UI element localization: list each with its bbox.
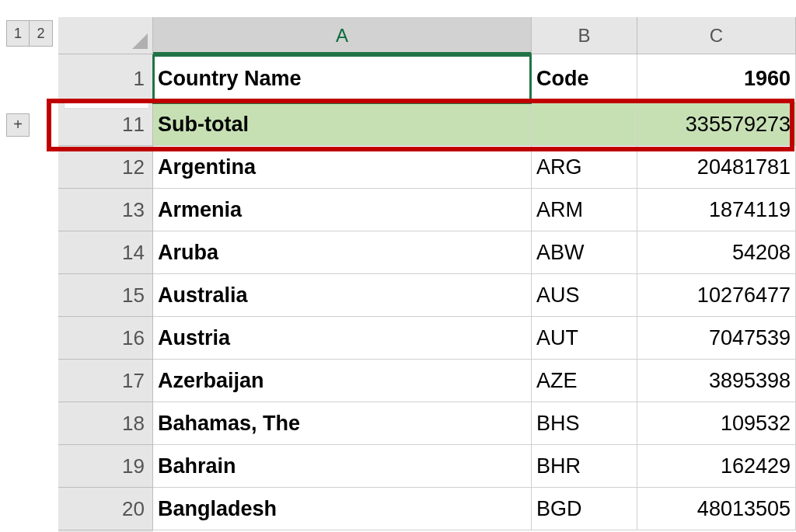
cell-a1[interactable]: Country Name (153, 54, 532, 103)
cell-b12[interactable]: ARG (532, 146, 637, 189)
cell-c1[interactable]: 1960 (637, 54, 796, 103)
cell-b19[interactable]: BHR (532, 445, 637, 488)
header-row: 1 Country Name Code 1960 (58, 54, 796, 103)
cell-c16[interactable]: 7047539 (637, 317, 796, 360)
column-headers: A B C (58, 17, 796, 54)
outline-level-1-button[interactable]: 1 (6, 20, 30, 47)
cell-c18[interactable]: 109532 (637, 402, 796, 445)
cell-b20[interactable]: BGD (532, 488, 637, 530)
cell-b11[interactable] (532, 103, 637, 146)
cell-a15[interactable]: Australia (153, 274, 532, 317)
table-row: 20 Bangladesh BGD 48013505 (58, 488, 796, 530)
cell-a18[interactable]: Bahamas, The (153, 402, 532, 445)
cell-c13[interactable]: 1874119 (637, 189, 796, 231)
table-row: 15 Australia AUS 10276477 (58, 274, 796, 317)
cell-a16[interactable]: Austria (153, 317, 532, 360)
table-row: 13 Armenia ARM 1874119 (58, 189, 796, 231)
column-header-c[interactable]: C (637, 17, 796, 54)
row-header-17[interactable]: 17 (58, 360, 153, 402)
row-header-19[interactable]: 19 (58, 445, 153, 488)
outline-expand-button[interactable]: + (6, 113, 30, 137)
cell-b1[interactable]: Code (532, 54, 637, 103)
outline-level-buttons: 1 2 (6, 20, 53, 47)
cell-a14[interactable]: Aruba (153, 231, 532, 274)
row-header-20[interactable]: 20 (58, 488, 153, 530)
select-all-triangle[interactable] (58, 17, 153, 54)
row-header-1[interactable]: 1 (58, 54, 153, 103)
cell-c14[interactable]: 54208 (637, 231, 796, 274)
cell-b17[interactable]: AZE (532, 360, 637, 402)
cell-a20[interactable]: Bangladesh (153, 488, 532, 530)
column-header-a[interactable]: A (153, 17, 532, 54)
cell-a12[interactable]: Argentina (153, 146, 532, 189)
outline-expand-container: + (6, 113, 30, 137)
cell-c12[interactable]: 20481781 (637, 146, 796, 189)
cell-c11[interactable]: 335579273 (637, 103, 796, 146)
cell-b18[interactable]: BHS (532, 402, 637, 445)
cell-c17[interactable]: 3895398 (637, 360, 796, 402)
column-header-b[interactable]: B (532, 17, 637, 54)
row-header-18[interactable]: 18 (58, 402, 153, 445)
cell-b16[interactable]: AUT (532, 317, 637, 360)
outline-level-2-button[interactable]: 2 (30, 20, 53, 47)
cell-a17[interactable]: Azerbaijan (153, 360, 532, 402)
cell-b13[interactable]: ARM (532, 189, 637, 231)
spreadsheet-viewport: 1 2 A B C 1 Country Name Code 1960 11 Su… (0, 0, 796, 532)
row-header-13[interactable]: 13 (58, 189, 153, 231)
table-row: 16 Austria AUT 7047539 (58, 317, 796, 360)
row-header-14[interactable]: 14 (58, 231, 153, 274)
table-row: 19 Bahrain BHR 162429 (58, 445, 796, 488)
freeze-split-indicator (64, 101, 149, 109)
cell-c19[interactable]: 162429 (637, 445, 796, 488)
cell-b15[interactable]: AUS (532, 274, 637, 317)
cell-c20[interactable]: 48013505 (637, 488, 796, 530)
row-header-11[interactable]: 11 (58, 103, 153, 146)
cell-a11[interactable]: Sub-total (153, 103, 532, 146)
table-row: 12 Argentina ARG 20481781 (58, 146, 796, 189)
row-header-16[interactable]: 16 (58, 317, 153, 360)
table-row: 14 Aruba ABW 54208 (58, 231, 796, 274)
subtotal-row: 11 Sub-total 335579273 (58, 103, 796, 146)
table-row: 17 Azerbaijan AZE 3895398 (58, 360, 796, 402)
cell-a19[interactable]: Bahrain (153, 445, 532, 488)
row-header-12[interactable]: 12 (58, 146, 153, 189)
table-row: 18 Bahamas, The BHS 109532 (58, 402, 796, 445)
cell-c15[interactable]: 10276477 (637, 274, 796, 317)
cell-a13[interactable]: Armenia (153, 189, 532, 231)
cell-b14[interactable]: ABW (532, 231, 637, 274)
row-header-15[interactable]: 15 (58, 274, 153, 317)
grid: 1 Country Name Code 1960 11 Sub-total 33… (58, 54, 796, 530)
